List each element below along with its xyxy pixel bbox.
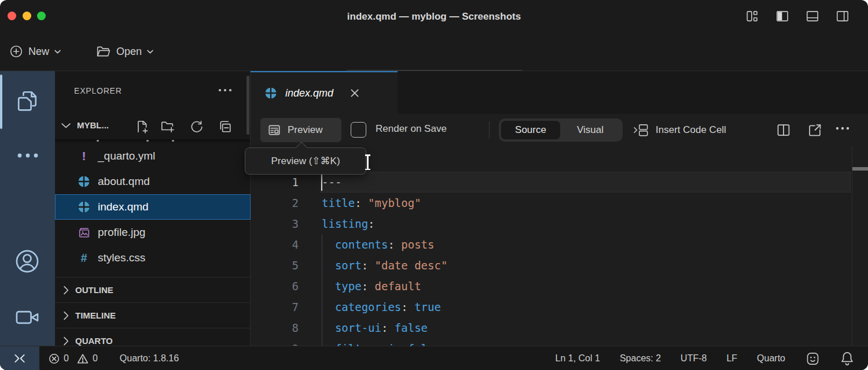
chevron-down-icon (147, 50, 153, 54)
code-line-3[interactable]: 3listing: (251, 213, 868, 234)
code-line-7[interactable]: 7 categories: true (251, 297, 868, 317)
indentation[interactable]: Spaces: 2 (620, 353, 661, 364)
code-token: default (368, 280, 421, 293)
section-label: OUTLINE (75, 285, 113, 295)
line-number: 7 (251, 301, 299, 313)
new-file-icon[interactable] (135, 120, 149, 134)
toggle-primary-sidebar-icon[interactable] (775, 9, 790, 23)
file-name: _quarto.yml (98, 150, 155, 162)
remote-icon (13, 353, 26, 364)
code-token (322, 259, 335, 272)
circle-plus-icon (9, 45, 23, 58)
sidebar-sections: OUTLINETIMELINEQUARTO (55, 277, 251, 353)
feedback-icon[interactable] (805, 351, 821, 367)
code-token: sort-ui (335, 321, 381, 334)
error-icon (49, 353, 60, 364)
code-line-2[interactable]: 2title: "myblog" (251, 193, 868, 213)
code-token (362, 197, 368, 209)
file-item-index.qmd[interactable]: index.qmd (55, 194, 251, 220)
code-token: false (401, 342, 441, 346)
code-token: sort (335, 259, 362, 272)
code-editor[interactable]: 1---2title: "myblog"3listing:4 contents:… (251, 146, 868, 346)
folder-open-icon (95, 45, 111, 58)
errors-indicator[interactable]: 0 (49, 353, 69, 364)
section-outline[interactable]: OUTLINE (55, 277, 251, 302)
section-timeline[interactable]: TIMELINE (55, 302, 251, 328)
code-token: categories (335, 301, 401, 313)
cursor-position[interactable]: Ln 1, Col 1 (556, 353, 600, 364)
code-token (322, 238, 335, 251)
code-token: posts (395, 238, 435, 251)
activity-bar (0, 71, 55, 346)
code-token: : (401, 301, 407, 313)
file-item-styles.css[interactable]: #styles.css (55, 245, 251, 271)
editor-group: index.qmd Preview Render on Save Source … (251, 71, 868, 346)
clipped-file-row (172, 140, 174, 142)
code-line-1[interactable]: 1--- (251, 172, 868, 193)
section-label: TIMELINE (75, 310, 116, 320)
open-button[interactable]: Open (95, 32, 153, 71)
error-count: 0 (64, 353, 69, 364)
camera-icon[interactable] (14, 306, 41, 329)
code-line-5[interactable]: 5 sort: "date desc" (251, 255, 868, 276)
eol[interactable]: LF (726, 353, 737, 364)
new-folder-icon[interactable] (160, 120, 174, 134)
quarto-version[interactable]: Quarto: 1.8.16 (120, 353, 179, 364)
explorer-more-actions-icon[interactable] (218, 87, 233, 93)
chevron-down-icon (61, 123, 71, 128)
file-item-about.qmd[interactable]: about.qmd (55, 169, 251, 194)
encoding[interactable]: UTF-8 (681, 353, 707, 364)
code-token: true (408, 301, 441, 313)
scrollbar-separator (852, 146, 852, 346)
explorer-scrollbar[interactable] (247, 76, 249, 135)
code-text: type: default (322, 280, 421, 293)
code-line-6[interactable]: 6 type: default (251, 276, 868, 297)
more-actions-icon[interactable] (835, 125, 850, 140)
warnings-indicator[interactable]: 0 (77, 353, 98, 364)
visual-mode-button[interactable]: Visual (560, 119, 620, 142)
code-line-4[interactable]: 4 contents: posts (251, 234, 868, 255)
line-number: 8 (251, 321, 299, 334)
toggle-panel-icon[interactable] (805, 9, 820, 23)
source-mode-button[interactable]: Source (501, 121, 560, 139)
collapse-all-icon[interactable] (218, 120, 232, 134)
code-token: : (388, 238, 394, 251)
notifications-bell-icon[interactable] (840, 351, 854, 366)
account-icon[interactable] (14, 248, 41, 275)
workspace-header[interactable]: MYBL... (55, 114, 251, 139)
code-token: : (381, 321, 388, 334)
preview-button[interactable]: Preview (260, 118, 341, 142)
refresh-icon[interactable] (189, 120, 203, 134)
customize-layout-icon[interactable] (745, 9, 760, 23)
tab-index-qmd[interactable]: index.qmd (251, 71, 398, 114)
visual-label: Visual (577, 124, 604, 136)
insert-code-cell-label: Insert Code Cell (656, 124, 726, 136)
new-button[interactable]: New (9, 32, 61, 71)
chevron-right-icon (63, 311, 69, 320)
scroll-shadow (55, 139, 250, 143)
explorer-view-icon[interactable] (14, 87, 41, 114)
insert-code-cell-button[interactable]: Insert Code Cell (632, 121, 726, 139)
section-label: QUARTO (75, 336, 113, 346)
code-token: false (388, 321, 428, 334)
code-text: --- (322, 176, 341, 188)
language-mode[interactable]: Quarto (757, 353, 785, 364)
file-item-_quarto.yml[interactable]: !_quarto.yml (55, 143, 251, 169)
close-tab-icon[interactable] (350, 88, 360, 98)
title-bar: index.qmd — myblog — Screenshots (0, 0, 868, 32)
split-editor-icon[interactable] (776, 123, 791, 138)
render-on-save-checkbox[interactable] (351, 122, 366, 138)
code-text: title: "myblog" (322, 197, 421, 209)
file-item-profile.jpg[interactable]: profile.jpg (55, 220, 251, 245)
code-line-9[interactable]: 9 filter-ui: false (251, 338, 868, 346)
code-token (322, 280, 335, 293)
remote-indicator[interactable] (0, 346, 39, 370)
source-visual-toggle: Source Visual (499, 119, 623, 142)
more-views-icon[interactable] (16, 152, 39, 159)
code-line-8[interactable]: 8 sort-ui: false (251, 317, 868, 338)
open-in-new-window-icon[interactable] (807, 123, 822, 138)
toggle-secondary-sidebar-icon[interactable] (835, 9, 850, 23)
code-token: filter-ui (335, 342, 395, 346)
editor-toolbar: Preview Render on Save Source Visual Ins… (251, 114, 868, 146)
code-token: "myblog" (368, 197, 421, 209)
